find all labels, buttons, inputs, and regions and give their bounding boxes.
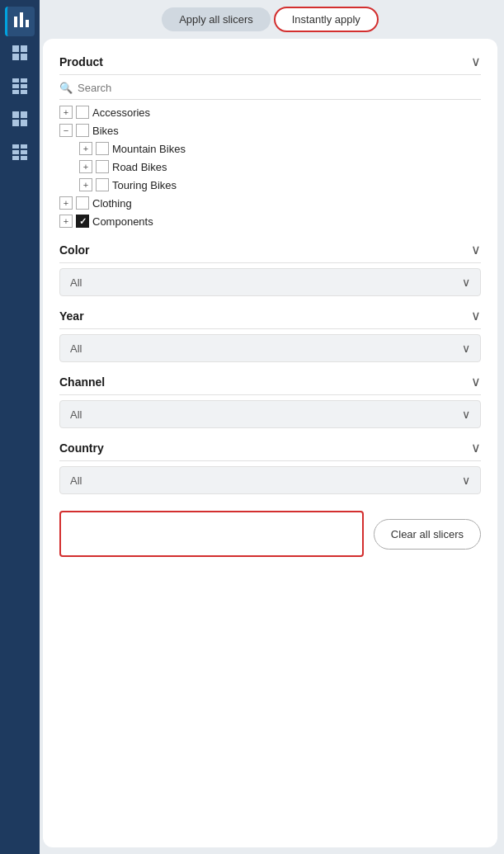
product-section: Product ∨ 🔍 + Accessories − Bikes xyxy=(59,52,481,230)
tree-item-accessories[interactable]: + Accessories xyxy=(59,103,481,121)
table2-icon xyxy=(12,111,28,130)
svg-rect-20 xyxy=(21,150,27,154)
channel-dropdown-chevron-icon: ∨ xyxy=(462,408,470,421)
sidebar-item-table2[interactable] xyxy=(5,106,35,135)
hierarchy-icon xyxy=(12,78,28,97)
expand-bikes-btn[interactable]: − xyxy=(59,124,73,137)
year-dropdown-value: All xyxy=(70,342,82,355)
color-section-header[interactable]: Color ∨ xyxy=(59,240,481,259)
product-section-header[interactable]: Product ∨ xyxy=(59,52,481,71)
checkbox-components[interactable] xyxy=(76,215,89,228)
tree-item-bikes[interactable]: − Bikes xyxy=(59,121,481,139)
clear-all-slicers-button[interactable]: Clear all slicers xyxy=(374,519,481,550)
channel-dropdown-value: All xyxy=(70,408,82,421)
product-search-input[interactable] xyxy=(78,82,481,94)
svg-rect-9 xyxy=(12,84,19,88)
sidebar-item-hierarchy2[interactable] xyxy=(5,139,35,168)
svg-rect-7 xyxy=(12,78,19,83)
year-divider xyxy=(59,328,481,329)
svg-rect-19 xyxy=(12,150,19,154)
apply-area[interactable] xyxy=(59,511,364,557)
country-dropdown-chevron-icon: ∨ xyxy=(462,474,470,487)
channel-section: Channel ∨ All ∨ xyxy=(59,372,481,428)
channel-section-header[interactable]: Channel ∨ xyxy=(59,372,481,391)
hierarchy2-icon xyxy=(12,144,28,163)
svg-rect-22 xyxy=(21,156,27,160)
svg-rect-0 xyxy=(14,17,17,27)
filter-panel: Product ∨ 🔍 + Accessories − Bikes xyxy=(43,39,497,847)
channel-dropdown[interactable]: All ∨ xyxy=(59,400,481,428)
tree-item-components[interactable]: + Components xyxy=(59,212,481,230)
label-mountain-bikes: Mountain Bikes xyxy=(112,143,186,155)
color-dropdown[interactable]: All ∨ xyxy=(59,268,481,296)
year-chevron-icon: ∨ xyxy=(471,308,481,323)
country-title: Country xyxy=(59,441,104,455)
channel-chevron-icon: ∨ xyxy=(471,374,481,389)
country-chevron-icon: ∨ xyxy=(471,440,481,455)
checkbox-touring-bikes[interactable] xyxy=(96,178,109,191)
svg-rect-14 xyxy=(21,111,27,118)
svg-rect-17 xyxy=(12,144,19,149)
label-road-bikes: Road Bikes xyxy=(112,161,167,173)
search-icon: 🔍 xyxy=(59,82,73,94)
expand-components-btn[interactable]: + xyxy=(59,215,73,228)
expand-road-bikes-btn[interactable]: + xyxy=(79,160,92,173)
label-touring-bikes: Touring Bikes xyxy=(112,179,177,191)
sidebar-item-grid[interactable] xyxy=(5,40,35,69)
color-section: Color ∨ All ∨ xyxy=(59,240,481,296)
svg-rect-11 xyxy=(12,90,19,94)
expand-accessories-btn[interactable]: + xyxy=(59,106,73,119)
country-dropdown-value: All xyxy=(70,474,82,487)
svg-rect-6 xyxy=(21,54,27,60)
checkbox-accessories[interactable] xyxy=(76,106,89,119)
country-section-header[interactable]: Country ∨ xyxy=(59,438,481,457)
main-content: Apply all slicers Instantly apply Produc… xyxy=(40,0,504,854)
svg-rect-13 xyxy=(12,111,19,118)
checkbox-bikes[interactable] xyxy=(76,124,89,137)
checkbox-road-bikes[interactable] xyxy=(96,160,109,173)
bottom-actions: Clear all slicers xyxy=(59,504,481,560)
color-dropdown-chevron-icon: ∨ xyxy=(462,276,470,289)
svg-rect-3 xyxy=(12,45,19,52)
label-bikes: Bikes xyxy=(92,125,119,137)
channel-divider xyxy=(59,394,481,395)
expand-clothing-btn[interactable]: + xyxy=(59,196,73,210)
color-title: Color xyxy=(59,243,90,257)
tab-bar: Apply all slicers Instantly apply xyxy=(43,7,497,32)
grid-icon xyxy=(12,45,28,64)
sidebar-item-hierarchy[interactable] xyxy=(5,73,35,102)
svg-rect-10 xyxy=(21,84,27,88)
svg-rect-4 xyxy=(21,45,27,52)
label-accessories: Accessories xyxy=(92,106,150,119)
svg-rect-1 xyxy=(20,12,23,27)
year-section: Year ∨ All ∨ xyxy=(59,306,481,362)
tree-item-touring-bikes[interactable]: + Touring Bikes xyxy=(59,176,481,194)
expand-touring-bikes-btn[interactable]: + xyxy=(79,178,92,191)
color-chevron-icon: ∨ xyxy=(471,242,481,257)
bar-chart-icon xyxy=(13,12,30,31)
country-dropdown[interactable]: All ∨ xyxy=(59,466,481,494)
sidebar xyxy=(0,0,40,854)
year-dropdown-chevron-icon: ∨ xyxy=(462,342,470,355)
tab-apply-all-slicers[interactable]: Apply all slicers xyxy=(162,7,271,31)
year-section-header[interactable]: Year ∨ xyxy=(59,306,481,325)
checkbox-mountain-bikes[interactable] xyxy=(96,142,109,155)
svg-rect-18 xyxy=(21,144,27,149)
sidebar-item-bar-chart[interactable] xyxy=(5,7,35,36)
year-dropdown[interactable]: All ∨ xyxy=(59,334,481,362)
color-dropdown-value: All xyxy=(70,276,82,289)
product-search-box: 🔍 xyxy=(59,78,481,100)
tree-item-road-bikes[interactable]: + Road Bikes xyxy=(59,158,481,176)
product-title: Product xyxy=(59,55,103,68)
expand-mountain-bikes-btn[interactable]: + xyxy=(79,142,92,155)
tab-instantly-apply[interactable]: Instantly apply xyxy=(274,7,379,32)
checkbox-clothing[interactable] xyxy=(76,196,89,210)
channel-title: Channel xyxy=(59,375,105,389)
label-clothing: Clothing xyxy=(92,197,132,210)
tree-item-mountain-bikes[interactable]: + Mountain Bikes xyxy=(59,139,481,158)
svg-rect-5 xyxy=(12,54,19,60)
product-divider xyxy=(59,74,481,75)
label-components: Components xyxy=(92,215,153,228)
svg-rect-21 xyxy=(12,156,19,160)
tree-item-clothing[interactable]: + Clothing xyxy=(59,194,481,212)
